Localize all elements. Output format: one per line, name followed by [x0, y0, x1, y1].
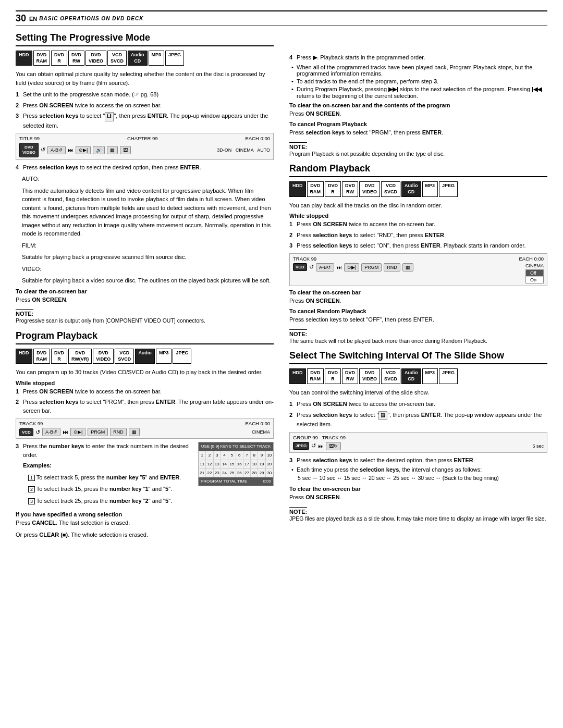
- badge-dvd-video-r: DVDVIDEO: [359, 181, 380, 196]
- slide-intro: You can control the switching interval o…: [289, 388, 547, 397]
- rand-cinema-label: CINEMA: [525, 263, 544, 268]
- progressive-intro: You can obtain optimal picture quality b…: [16, 70, 274, 87]
- prog-step-1: 1 Press ON SCREEN twice to access the on…: [16, 387, 274, 396]
- badge-dvd-ram-2: DVDRAM: [33, 349, 51, 364]
- film-icon-inline: 🎞: [105, 112, 114, 121]
- rand-prgm[interactable]: PRGM: [361, 263, 382, 272]
- random-intro: You can play back all the tracks on the …: [289, 201, 547, 210]
- program-note-label: NOTE:: [289, 142, 307, 150]
- screen-bar-row: DVDVIDEO ↺ A-B↺ ⏭ ⊙▶| 🔊 ▦ 🖼 3D-ON CINEMA…: [19, 143, 270, 157]
- prgm-btn[interactable]: PRGM: [88, 428, 108, 436]
- num-row-2: 11121314151617181920: [199, 460, 273, 468]
- clear-bar-heading: To clear the on-screen bar: [16, 288, 274, 294]
- badge-dvd-r-s: DVDR: [325, 368, 341, 384]
- badge-vcd-svcd: VCDSVCD: [107, 51, 127, 66]
- badge-dvd-video-2: DVDVIDEO: [93, 349, 114, 364]
- controls-row: DVDVIDEO ↺ A-B↺ ⏭ ⊙▶| 🔊 ▦ 🖼: [19, 143, 131, 157]
- prog-film-btn[interactable]: ▦: [129, 428, 140, 436]
- program-playback-section: Program Playback HDD DVDRAM DVDR DVDRW(V…: [16, 330, 274, 539]
- on-item: On: [526, 277, 543, 283]
- note-text: Progressive scan is output only from [CO…: [16, 317, 274, 325]
- slide-step-1: 1 Press ON SCREEN twice to access the on…: [289, 400, 547, 409]
- page-subtitle: BASIC OPERATIONS ON DVD DECK: [39, 16, 143, 21]
- right-column: 4 Press ▶. Playback starts in the progra…: [289, 32, 547, 542]
- interval-sequence: 5 sec ↔ 10 sec ↔ 15 sec ↔ 20 sec ↔ 25 se…: [289, 474, 547, 483]
- video-title: VIDEO:: [16, 265, 274, 274]
- clear-contents-text: Press ON SCREEN.: [289, 109, 547, 118]
- random-note: NOTE: The same track will not be played …: [289, 327, 547, 346]
- prog-step-4: 4 Press ▶. Playback starts in the progra…: [289, 53, 547, 62]
- 3don-cinema-auto: 3D-ON CINEMA AUTO: [217, 147, 270, 153]
- num-row-1: 12345678910: [199, 451, 273, 460]
- rand-rnd[interactable]: RND: [384, 263, 400, 272]
- slide-ctrl-row: JPEG ↺ ⏭ 🖼↻: [293, 442, 341, 450]
- title-label: TITLE 99: [19, 135, 40, 141]
- progressive-mode-section: Setting The Progressive Mode HDD DVDRAM …: [16, 32, 274, 325]
- rand-film[interactable]: ▦: [402, 263, 413, 272]
- random-badges: HDD DVDRAM DVDR DVDRW DVDVIDEO VCDSVCD A…: [289, 181, 547, 196]
- skip-icon: ⏭: [68, 147, 74, 153]
- prog-prev-next[interactable]: ⊙▶|: [70, 428, 85, 436]
- slide-bar-top: GROUP 99 TRACK 99: [293, 435, 544, 440]
- prog-track: TRACK 99: [19, 421, 43, 426]
- wrong-selection-heading: If you have specified a wrong selection: [16, 511, 274, 517]
- prev-next-btn[interactable]: ⊙▶|: [76, 146, 91, 154]
- number-grid: USE [0-9] KEYS TO SELECT TRACK 123456789…: [198, 442, 274, 486]
- rand-ctrl-row: VCD ↺ A-B↺ ⏭ ⊙▶| PRGM RND ▦: [293, 263, 413, 272]
- progressive-screen-bar: TITLE 99 CHAPTER 99 EACH 0:00 DVDVIDEO ↺…: [16, 133, 274, 159]
- slide-clear-heading: To clear the on-screen bar: [289, 486, 547, 492]
- prog-total-value: 0:00: [263, 478, 271, 485]
- rand-cancel-heading: To cancel Random Playback: [289, 308, 547, 314]
- auto-section: AUTO: This mode automatically detects fi…: [16, 175, 274, 285]
- badge-dvd-rw-s: DVDRW: [342, 368, 358, 384]
- cancel-program-text: Press selection keys to select "PRGM", t…: [289, 128, 547, 137]
- example3: 3 To select track 25, press the number k…: [28, 497, 274, 505]
- badge-dvd-rw-r: DVDRW: [342, 181, 358, 196]
- rnd-btn[interactable]: RND: [110, 428, 127, 436]
- rand-step-2: 2 Press selection keys to select "RND", …: [289, 231, 547, 240]
- badge-vcd-s: VCDSVCD: [381, 368, 400, 384]
- dvd-video-label: DVDVIDEO: [19, 143, 39, 157]
- note-label: NOTE:: [16, 309, 33, 317]
- progressive-badges: HDD DVDRAM DVDR DVDRW DVDVIDEO VCDSVCD A…: [16, 51, 274, 66]
- program-screen-bar: TRACK 99 EACH 0:00 VCD ↺ A-B↺ ⏭ ⊙▶| PRGM…: [16, 418, 274, 439]
- bullet-2: To add tracks to the end of the program,…: [289, 78, 547, 84]
- film-btn[interactable]: ▦: [107, 146, 118, 154]
- progressive-note: NOTE: Progressive scan is output only fr…: [16, 307, 274, 325]
- random-screen-bar: TRACK 99 EACH 0:00 VCD ↺ A-B↺ ⏭ ⊙▶| PRGM…: [289, 253, 547, 286]
- cancel-program-heading: To cancel Program Playback: [289, 121, 547, 127]
- random-while-stopped: While stopped: [289, 213, 547, 219]
- step-4: 4 Press selection keys to select the des…: [16, 163, 274, 172]
- slide-skip: ⏭: [318, 443, 324, 449]
- while-stopped-label: While stopped: [16, 380, 274, 386]
- badge-dvd-rw: DVDRW: [68, 51, 84, 66]
- step-3: 3 Press selection keys to select "🎞", th…: [16, 112, 274, 130]
- badge-dvd-rwvr: DVDRW(VR): [68, 349, 92, 364]
- badge-vcd-r: VCDSVCD: [381, 181, 400, 196]
- badge-mp3-2: MP3: [156, 349, 172, 364]
- extra-btn[interactable]: 🖼: [120, 146, 131, 154]
- rand-ab[interactable]: A-B↺: [316, 263, 334, 272]
- rand-skip: ⏭: [336, 264, 342, 270]
- rand-prev-next[interactable]: ⊙▶|: [344, 263, 359, 272]
- prog-ab-btn[interactable]: A-B↺: [42, 428, 60, 436]
- slide-interval-btn[interactable]: 🖼↻: [326, 442, 341, 450]
- slide-note-text: JPEG files are played back as a slide sh…: [289, 515, 547, 523]
- slide-show-section: Select The Switching Interval Of The Sli…: [289, 350, 547, 523]
- step-1: 1 Set the unit to the progressive scan m…: [16, 90, 274, 99]
- vol-btn[interactable]: 🔊: [93, 146, 105, 154]
- program-note: NOTE: Program Playback is not possible d…: [289, 140, 547, 158]
- ab-btn[interactable]: A-B↺: [47, 146, 66, 154]
- badge-hdd-2: HDD: [16, 349, 32, 364]
- progressive-mode-title: Setting The Progressive Mode: [16, 32, 274, 46]
- slide-screen-bar: GROUP 99 TRACK 99 JPEG ↺ ⏭ 🖼↻ 5 sec: [289, 432, 547, 453]
- rand-track: TRACK 99: [293, 256, 316, 262]
- clear-bar-text: Press ON SCREEN.: [16, 295, 274, 304]
- bullet-1: When all of the programmed tracks have b…: [289, 64, 547, 77]
- badge-hdd-r: HDD: [289, 181, 306, 196]
- num-row-3: 21222324252627282930: [199, 468, 273, 477]
- rand-right-labels: CINEMA Off On: [525, 263, 544, 283]
- film-title: FILM:: [16, 241, 274, 250]
- wrong-selection-1: Press CANCEL. The last selection is eras…: [16, 519, 274, 527]
- badge-audio-s: AudioCD: [401, 368, 421, 384]
